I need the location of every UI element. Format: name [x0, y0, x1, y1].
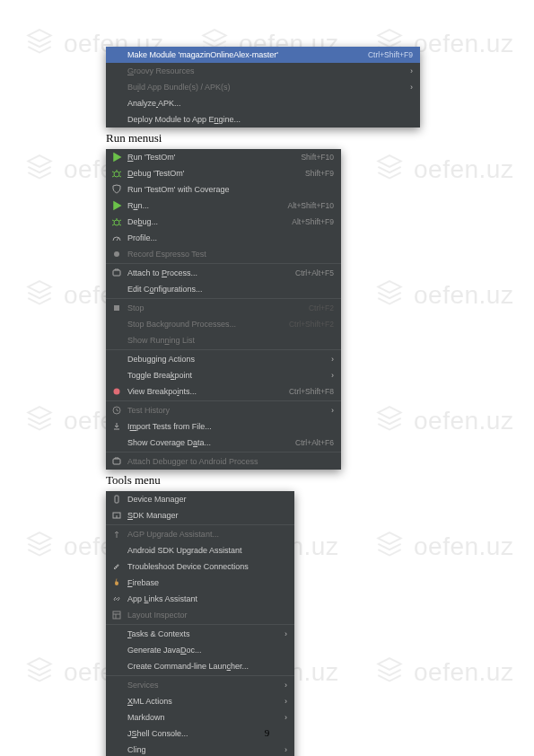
svg-rect-4 [114, 305, 119, 311]
page-number: 9 [0, 727, 534, 738]
tools-menu-item[interactable]: Create Command-line Launcher... [106, 658, 294, 674]
run-menu-item[interactable]: Attach to Process...Ctrl+Alt+F5 [106, 265, 341, 281]
run-menu-item[interactable]: Run 'TestOm' with Coverage [106, 181, 341, 198]
caption-run: Run menusi [106, 131, 447, 145]
submenu-arrow-icon: › [331, 355, 334, 364]
svg-rect-8 [115, 496, 118, 503]
menu-item-label: Debugging Actions [127, 355, 320, 364]
play-green-icon [111, 200, 122, 211]
menu-item-label: Firebase [127, 578, 287, 587]
menu-item-shortcut: Alt+Shift+F10 [287, 201, 334, 210]
run-menu-item[interactable]: Edit Configurations... [106, 281, 341, 297]
menu-item-label: Build App Bundle(s) / APK(s) [127, 83, 399, 92]
menu-item-label: Debug 'TestOm' [127, 169, 294, 178]
build-menu-item[interactable]: Analyze APK... [106, 95, 420, 111]
bug-green-icon [111, 216, 122, 227]
svg-rect-10 [113, 611, 120, 619]
fire-icon [111, 577, 122, 588]
run-menu-item[interactable]: Run...Alt+Shift+F10 [106, 198, 341, 214]
run-menu-item[interactable]: View Breakpoints...Ctrl+Shift+F8 [106, 383, 341, 400]
tools-menu-item[interactable]: XML Actions› [106, 693, 294, 709]
submenu-arrow-icon: › [410, 66, 413, 75]
blank-icon [111, 629, 122, 639]
run-menu-item[interactable]: Debugging Actions› [106, 351, 341, 367]
blank-icon [111, 335, 122, 346]
menu-item-label: Layout Inspector [127, 611, 287, 620]
run-menu-item[interactable]: Import Tests from File... [106, 418, 341, 435]
layout-icon [111, 610, 122, 620]
svg-point-5 [114, 389, 120, 395]
menu-item-label: AGP Upgrade Assistant... [127, 530, 287, 539]
menu-item-label: Device Manager [127, 495, 287, 504]
bp-icon [111, 386, 122, 397]
tools-menu-item[interactable]: SDK Manager [106, 507, 294, 523]
blank-icon [111, 744, 122, 755]
tools-menu-item[interactable]: Troubleshoot Device Connections [106, 558, 294, 575]
menu-item-shortcut: Shift+F9 [305, 169, 334, 178]
blank-icon [111, 545, 122, 556]
agp-icon [111, 529, 122, 540]
submenu-arrow-icon: › [285, 697, 287, 706]
blank-icon [111, 66, 122, 76]
menu-item-shortcut: Shift+F10 [301, 153, 334, 162]
stop-icon [111, 303, 122, 313]
build-menu-item[interactable]: Deploy Module to App Engine... [106, 111, 420, 127]
run-menu-item[interactable]: Run 'TestOm'Shift+F10 [106, 149, 341, 165]
run-menu-item[interactable]: Debug 'TestOm'Shift+F9 [106, 165, 341, 181]
blank-icon [111, 712, 122, 723]
shield-icon [111, 184, 122, 195]
submenu-arrow-icon: › [410, 83, 413, 92]
run-menu-item: Show Running List [106, 332, 341, 348]
menu-item-label: Troubleshoot Device Connections [127, 562, 287, 571]
rec-icon [111, 249, 122, 259]
run-menu: Run 'TestOm'Shift+F10Debug 'TestOm'Shift… [106, 149, 341, 470]
tools-menu-item[interactable]: App Links Assistant [106, 591, 294, 607]
tools-menu-item[interactable]: Android SDK Upgrade Assistant [106, 542, 294, 558]
tools-menu-item[interactable]: Generate JavaDoc... [106, 642, 294, 658]
attach-icon [111, 268, 122, 278]
run-menu-item: Test History› [106, 402, 341, 418]
menu-item-shortcut: Ctrl+Alt+F6 [295, 438, 334, 447]
menu-item-shortcut: Ctrl+Shift+F8 [289, 387, 334, 396]
menu-divider [106, 349, 341, 350]
menu-item-label: Cling [127, 745, 274, 754]
submenu-arrow-icon: › [285, 629, 287, 638]
menu-item-label: Tasks & Contexts [127, 629, 274, 638]
tools-menu-item[interactable]: Tasks & Contexts› [106, 626, 294, 642]
menu-divider [106, 452, 341, 453]
run-menu-item[interactable]: Profile... [106, 230, 341, 246]
attach-icon [111, 456, 122, 467]
link-icon [111, 593, 122, 604]
submenu-arrow-icon: › [285, 713, 287, 722]
blank-icon [111, 98, 122, 109]
blank-icon [111, 437, 122, 448]
menu-item-label: Markdown [127, 713, 274, 722]
menu-item-label: Analyze APK... [127, 99, 413, 108]
tools-menu-item[interactable]: Device Manager [106, 491, 294, 507]
menu-divider [106, 263, 341, 264]
run-menu-item[interactable]: Toggle Breakpoint› [106, 367, 341, 383]
blank-icon [111, 319, 122, 330]
blank-icon [111, 49, 122, 60]
tools-menu-item: Layout Inspector [106, 607, 294, 623]
tools-menu-item[interactable]: Cling› [106, 742, 294, 756]
tools-menu-item[interactable]: Markdown› [106, 709, 294, 725]
menu-divider [106, 400, 341, 401]
menu-item-shortcut: Ctrl+F2 [309, 303, 334, 312]
build-menu-item[interactable]: Make Module 'magazinOnlineAlex-master'Ct… [106, 47, 420, 63]
menu-divider [106, 675, 294, 676]
import-icon [111, 421, 122, 432]
run-menu-item[interactable]: Debug...Alt+Shift+F9 [106, 214, 341, 230]
blank-icon [111, 114, 122, 125]
run-menu-item: Record Espresso Test [106, 246, 341, 262]
menu-item-label: Create Command-line Launcher... [127, 662, 287, 671]
svg-point-2 [114, 251, 119, 257]
run-menu-item[interactable]: Show Coverage Data...Ctrl+Alt+F6 [106, 435, 341, 451]
menu-item-label: SDK Manager [127, 511, 287, 520]
submenu-arrow-icon: › [331, 406, 334, 415]
tools-menu-item: Services› [106, 677, 294, 693]
tools-menu-item[interactable]: Firebase [106, 575, 294, 591]
blank-icon [111, 284, 122, 294]
menu-item-label: Run 'TestOm' [127, 153, 290, 162]
menu-divider [106, 298, 341, 299]
